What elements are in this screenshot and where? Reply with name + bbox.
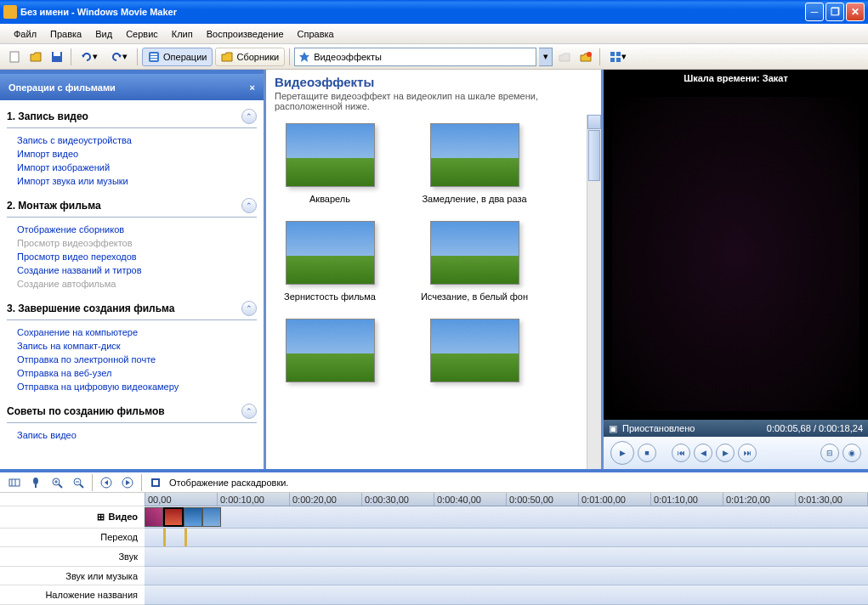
effect-item[interactable]: Исчезание, в белый фон (419, 221, 530, 302)
rewind-button[interactable] (97, 473, 116, 492)
prev-clip-button[interactable]: ⏮ (672, 444, 690, 462)
effect-item[interactable]: Замедление, в два раза (419, 123, 530, 204)
menu-view[interactable]: Вид (88, 26, 119, 42)
timeline-ruler[interactable]: 00,000:00:10,000:00:20,000:00:30,000:00:… (145, 493, 868, 506)
svg-rect-6 (150, 59, 157, 60)
menu-clip[interactable]: Клип (165, 26, 200, 42)
timeline-toolbar: Отображение раскадровки. (0, 472, 868, 493)
app-icon (3, 5, 17, 19)
clip[interactable] (184, 507, 202, 527)
task-save-computer[interactable]: Сохранение на компьютере (17, 325, 253, 339)
task-section-edit[interactable]: 2. Монтаж фильма ⌃ (7, 195, 257, 218)
collapse-icon[interactable]: ⌃ (241, 109, 257, 124)
clip[interactable] (202, 507, 221, 527)
zoom-out-button[interactable] (69, 473, 88, 492)
storyboard-icon[interactable] (146, 473, 165, 492)
preview-time: 0:00:05,68 / 0:00:18,24 (767, 423, 863, 433)
task-send-dv[interactable]: Отправка на цифровую видеокамеру (17, 380, 253, 393)
narrate-button[interactable] (26, 473, 45, 492)
svg-rect-8 (610, 52, 615, 56)
task-import-images[interactable]: Импорт изображений (17, 161, 253, 174)
svg-rect-2 (54, 52, 60, 56)
play-button[interactable]: ▶ (610, 441, 634, 465)
minimize-button[interactable]: ─ (805, 3, 824, 21)
save-button[interactable] (48, 48, 66, 66)
menu-service[interactable]: Сервис (119, 26, 165, 42)
scroll-up-icon[interactable] (587, 115, 601, 129)
task-capture-device[interactable]: Запись с видеоустройства (17, 133, 253, 147)
task-pane-close-icon[interactable]: × (250, 82, 255, 93)
task-import-audio[interactable]: Импорт звука или музыки (17, 174, 253, 188)
music-track[interactable] (145, 567, 868, 586)
sound-track[interactable] (145, 547, 868, 567)
zoom-in-button[interactable] (48, 473, 66, 492)
task-titles[interactable]: Создание названий и титров (17, 263, 253, 277)
effect-item[interactable] (275, 319, 385, 382)
transition-track[interactable] (145, 529, 868, 548)
transition-marker[interactable] (163, 529, 166, 547)
task-save-cd[interactable]: Запись на компакт-диск (17, 339, 253, 353)
task-send-email[interactable]: Отправка по электронной почте (17, 353, 253, 366)
split-button[interactable]: ⊟ (820, 444, 839, 462)
task-pane-header: Операции с фильмами × (0, 70, 264, 100)
task-automovie[interactable]: Создание автофильма (17, 277, 253, 291)
effect-item[interactable]: Зернистость фильма (275, 221, 385, 302)
transition-marker[interactable] (184, 529, 187, 547)
task-send-web[interactable]: Отправка на веб-узел (17, 366, 253, 380)
collection-subtitle: Перетащите видеоэффект на видеоклип на ш… (275, 91, 593, 111)
task-section-tips[interactable]: Советы по созданию фильмов ⌃ (7, 400, 257, 423)
play-timeline-button[interactable] (118, 473, 137, 492)
next-clip-button[interactable]: ⏭ (738, 444, 757, 462)
timeline-view-button[interactable] (5, 473, 24, 492)
effect-thumbnail (286, 221, 375, 285)
storyboard-label[interactable]: Отображение раскадровки. (167, 478, 288, 488)
title-track[interactable] (145, 585, 868, 605)
preview-pane: Шкала времени: Закат ▣ Приостановлено 0:… (604, 70, 868, 469)
collections-button[interactable]: Сборники (215, 48, 285, 66)
task-section-capture[interactable]: 1. Запись видео ⌃ (7, 105, 257, 128)
undo-button[interactable]: ▾ (76, 48, 103, 66)
clip[interactable] (145, 507, 163, 527)
next-frame-button[interactable]: ▶ (716, 444, 735, 462)
clip-selected[interactable] (163, 507, 184, 527)
timeline-labels: ⊞Видео Переход Звук Звук или музыка Нало… (0, 493, 145, 605)
new-button[interactable] (5, 48, 24, 66)
collection-dropdown[interactable]: Видеоэффекты (294, 48, 536, 66)
menu-help[interactable]: Справка (291, 26, 341, 42)
tasks-button[interactable]: Операции (142, 48, 213, 66)
task-video-transitions[interactable]: Просмотр видео переходов (17, 250, 253, 263)
snapshot-button[interactable]: ◉ (842, 444, 861, 462)
maximize-button[interactable]: ❐ (825, 3, 844, 21)
menu-file[interactable]: Файл (7, 26, 43, 42)
timeline-tracks[interactable]: 00,000:00:10,000:00:20,000:00:30,000:00:… (145, 493, 868, 605)
task-video-effects[interactable]: Просмотр видеоэффектов (17, 236, 253, 250)
preview-status-text: Приостановлено (622, 423, 695, 433)
prev-frame-button[interactable]: ◀ (694, 444, 712, 462)
view-button[interactable]: ▾ (604, 48, 632, 66)
task-import-video[interactable]: Импорт видео (17, 147, 253, 161)
task-show-collections[interactable]: Отображение сборников (17, 223, 253, 236)
redo-button[interactable]: ▾ (105, 48, 133, 66)
close-button[interactable]: ✕ (846, 3, 865, 21)
video-track[interactable] (145, 506, 868, 529)
collapse-icon[interactable]: ⌃ (241, 404, 257, 419)
collapse-icon[interactable]: ⌃ (241, 198, 257, 213)
stop-button[interactable]: ■ (638, 444, 656, 462)
scrollbar[interactable] (587, 115, 601, 469)
track-label-title: Наложение названия (0, 585, 145, 605)
menu-edit[interactable]: Правка (43, 26, 88, 42)
menu-play[interactable]: Воспроизведение (200, 26, 291, 42)
menubar: Файл Правка Вид Сервис Клип Воспроизведе… (0, 24, 868, 44)
effect-item[interactable]: Акварель (275, 123, 385, 204)
effect-item[interactable] (419, 319, 530, 382)
svg-rect-4 (150, 54, 157, 55)
effect-thumbnail (286, 123, 375, 187)
up-folder-button[interactable] (555, 48, 574, 66)
scroll-thumb[interactable] (588, 130, 600, 181)
new-folder-button[interactable] (576, 48, 595, 66)
collection-dropdown-arrow[interactable]: ▾ (539, 48, 553, 66)
task-section-finish[interactable]: 3. Завершение создания фильма ⌃ (7, 297, 257, 320)
collapse-icon[interactable]: ⌃ (241, 301, 257, 316)
open-button[interactable] (26, 48, 45, 66)
task-tips-capture[interactable]: Запись видео (17, 428, 253, 442)
